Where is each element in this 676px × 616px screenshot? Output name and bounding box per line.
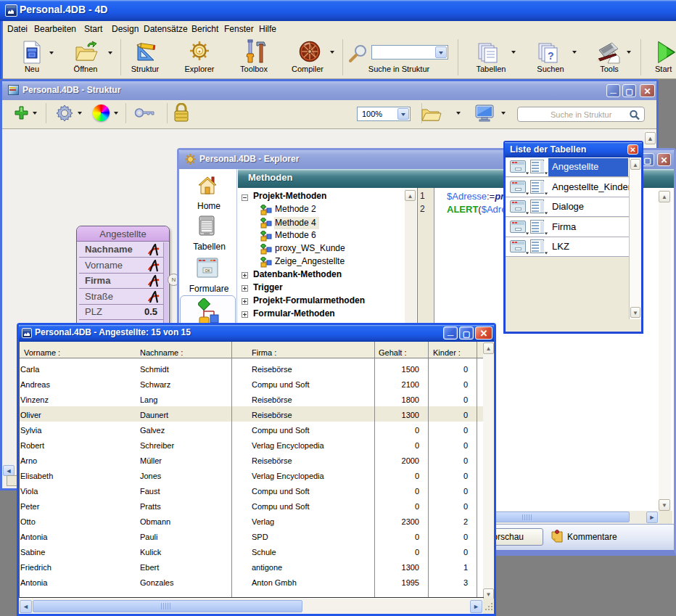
- svg-text:OK: OK: [205, 268, 211, 273]
- svg-text:?: ?: [548, 50, 554, 62]
